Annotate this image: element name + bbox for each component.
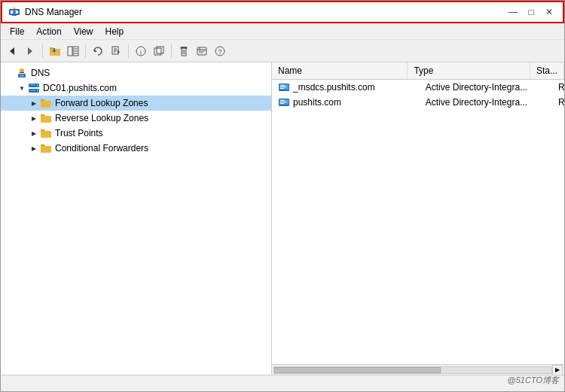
tree-panel: DNS ▼ DC01.pushits.com xyxy=(1,62,272,375)
forward-button[interactable] xyxy=(22,43,38,59)
toolbar-sep-3 xyxy=(128,44,129,58)
refresh-button[interactable] xyxy=(90,43,106,59)
svg-rect-4 xyxy=(12,15,17,16)
list-body: _msdcs.pushits.com Active Directory-Inte… xyxy=(272,80,564,222)
toolbar-sep-2 xyxy=(85,44,86,58)
toolbar: i xyxy=(1,40,564,62)
svg-text:i: i xyxy=(140,48,142,56)
svg-rect-70 xyxy=(280,102,286,102)
cell-name-msdcs: _msdcs.pushits.com xyxy=(272,81,420,93)
list-panel: Name Type Sta... _msdcs.pu xyxy=(272,62,564,375)
tree-item-conditional-forwarders[interactable]: ▶ Conditional Forwarders xyxy=(1,141,271,156)
svg-rect-26 xyxy=(154,48,161,55)
folder-forward-icon xyxy=(40,97,52,109)
expand-forward-lookup[interactable]: ▶ xyxy=(28,97,40,109)
folder-reverse-icon xyxy=(40,112,52,124)
menu-file[interactable]: File xyxy=(4,25,30,38)
svg-rect-13 xyxy=(68,47,72,56)
tree-item-dns-root[interactable]: DNS xyxy=(1,65,271,81)
properties-button[interactable] xyxy=(194,43,210,59)
menu-view[interactable]: View xyxy=(68,25,99,38)
tree-item-trust-points[interactable]: ▶ Trust Points xyxy=(1,126,271,141)
delete-button[interactable] xyxy=(176,43,192,59)
close-button[interactable]: ✕ xyxy=(542,5,557,20)
svg-rect-41 xyxy=(20,72,24,73)
svg-rect-29 xyxy=(182,48,186,56)
folder-conditional-icon xyxy=(40,142,52,154)
status-bar xyxy=(1,375,564,391)
new-window-button[interactable] xyxy=(151,43,167,59)
svg-rect-58 xyxy=(41,129,44,131)
title-bar: DNS Manager — □ ✕ xyxy=(1,1,564,23)
tree-label-dc01: DC01.pushits.com xyxy=(43,83,117,93)
main-content: DNS ▼ DC01.pushits.com xyxy=(1,62,564,375)
svg-point-46 xyxy=(37,85,38,87)
col-header-name[interactable]: Name xyxy=(272,62,408,79)
cell-status-msdcs: Ru... xyxy=(552,81,564,93)
list-scrollbar[interactable]: ▶ xyxy=(272,364,564,375)
toolbar-sep-4 xyxy=(171,44,172,58)
title-text: DNS Manager xyxy=(25,7,82,17)
menu-action[interactable]: Action xyxy=(30,25,67,38)
app-icon xyxy=(8,6,20,18)
tree-item-reverse-lookup[interactable]: ▶ Reverse Lookup Zones xyxy=(1,111,271,126)
expand-dc01[interactable]: ▼ xyxy=(16,82,28,94)
expand-conditional-forwarders[interactable]: ▶ xyxy=(28,142,40,154)
scrollbar-track[interactable] xyxy=(273,366,552,374)
svg-marker-18 xyxy=(94,49,97,52)
back-button[interactable] xyxy=(4,43,20,59)
svg-rect-53 xyxy=(41,116,51,123)
list-row-pushits[interactable]: pushits.com Active Directory-Integra... … xyxy=(272,95,564,110)
col-header-status[interactable]: Sta... xyxy=(530,62,564,79)
list-row-msdcs[interactable]: _msdcs.pushits.com Active Directory-Inte… xyxy=(272,80,564,95)
show-console-button[interactable] xyxy=(65,43,81,59)
main-window: DNS Manager — □ ✕ File Action View Help xyxy=(0,0,565,392)
watermark: @51CTO博客 xyxy=(508,375,559,386)
minimize-button[interactable]: — xyxy=(505,5,521,20)
cell-status-pushits: Ru... xyxy=(552,96,564,108)
svg-rect-66 xyxy=(280,88,284,89)
folder-button[interactable] xyxy=(47,43,63,59)
col-header-type[interactable]: Type xyxy=(408,62,530,79)
svg-rect-43 xyxy=(20,74,24,77)
title-bar-controls: — □ ✕ xyxy=(505,5,557,20)
menu-bar: File Action View Help xyxy=(1,23,564,40)
info-button[interactable]: i xyxy=(133,43,149,59)
toolbar-sep-1 xyxy=(42,44,43,58)
svg-rect-59 xyxy=(41,146,51,153)
expand-dns-root xyxy=(4,67,16,79)
svg-rect-56 xyxy=(41,131,51,138)
scrollbar-thumb[interactable] xyxy=(274,367,441,373)
tree-label-trust-points: Trust Points xyxy=(55,128,103,138)
cell-type-pushits: Active Directory-Integra... xyxy=(420,96,552,108)
svg-rect-71 xyxy=(280,103,284,104)
svg-rect-27 xyxy=(157,47,163,53)
svg-rect-52 xyxy=(41,99,44,101)
svg-text:?: ? xyxy=(218,48,221,56)
svg-point-2 xyxy=(13,11,16,14)
svg-rect-55 xyxy=(41,114,44,116)
svg-rect-47 xyxy=(29,84,35,86)
svg-point-48 xyxy=(37,90,38,92)
tree-item-forward-lookup[interactable]: ▶ Forward Lookup Zones xyxy=(1,96,271,111)
expand-reverse-lookup[interactable]: ▶ xyxy=(28,112,40,124)
tree-label-reverse-lookup: Reverse Lookup Zones xyxy=(55,113,148,123)
tree-item-dc01[interactable]: ▼ DC01.pushits.com xyxy=(1,81,271,96)
server-icon xyxy=(28,82,40,94)
menu-help[interactable]: Help xyxy=(99,25,130,38)
help-button[interactable]: ? xyxy=(212,43,228,59)
export-button[interactable] xyxy=(108,43,124,59)
list-header: Name Type Sta... xyxy=(272,62,564,80)
tree-label-forward-lookup: Forward Lookup Zones xyxy=(55,98,148,108)
folder-trust-icon xyxy=(40,127,52,139)
svg-rect-65 xyxy=(280,87,286,87)
expand-trust-points[interactable]: ▶ xyxy=(28,127,40,139)
svg-rect-69 xyxy=(280,100,285,101)
tree-label-dns-root: DNS xyxy=(31,68,50,78)
svg-rect-49 xyxy=(29,90,35,92)
zone-icon-pushits xyxy=(278,97,290,108)
scroll-right-button[interactable]: ▶ xyxy=(552,365,563,375)
cell-type-msdcs: Active Directory-Integra... xyxy=(420,81,552,93)
cell-name-pushits: pushits.com xyxy=(272,96,420,108)
maximize-button[interactable]: □ xyxy=(524,5,539,20)
